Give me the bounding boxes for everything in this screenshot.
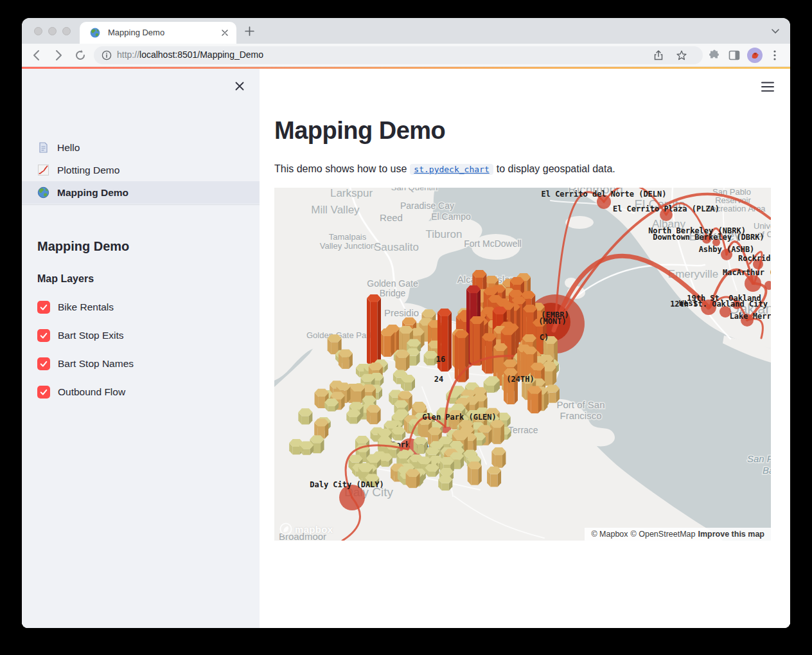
sidebar-item-label: Mapping Demo [57,187,128,199]
streamlit-app: Hello Plotting Demo Ma [22,67,790,628]
improve-this-map-link[interactable]: Improve this map [698,530,765,539]
city-label: San Francisco [747,453,771,464]
mapbox-logo[interactable]: mapbox [279,523,333,535]
hex-column-front [404,382,411,391]
browser-tab[interactable]: Mapping Demo [80,22,236,44]
sidebar-close-icon[interactable] [234,80,245,92]
city-label: Fort McDowell [464,238,521,249]
page-document-icon [37,141,49,154]
city-label: Tamalpais [329,232,367,242]
app-menu-hamburger-icon[interactable] [761,81,775,93]
sidebar-item-plotting-demo[interactable]: Plotting Demo [22,159,260,181]
hex-column-front [487,386,494,393]
intro-prefix: This demo shows how to use [274,163,407,174]
checkbox-checked-icon [37,386,50,399]
hex-column-side [527,390,531,413]
map-canvas: San QuentinLarkspurMill ValleyReedParadi… [274,188,771,541]
hex-column-side [399,330,403,353]
mapbox-logo-text: mapbox [295,524,333,535]
hex-column-front [384,336,391,357]
hex-column-front [328,406,335,411]
mapbox-logo-icon [279,523,292,535]
city-label: Sausalito [374,241,419,253]
attr-mapbox[interactable]: © Mapbox [591,530,628,539]
checkbox-bike-rentals[interactable]: Bike Rentals [37,301,114,314]
hex-column-side [482,337,486,373]
tab-close-icon[interactable] [220,28,230,38]
hex-column-front [409,477,416,488]
bart-stop-label: Rockridge (ROCK [738,254,771,263]
streamlit-decoration-bar [22,67,790,69]
intro-text: This demo shows how to usest.pydeck_char… [274,163,615,175]
tab-search-chevron-icon[interactable] [771,27,780,35]
city-label: Reed [380,212,403,223]
hex-column-side [378,298,382,366]
url-path: localhost:8501/Mapping_Demo [139,49,263,60]
sidebar-item-hello[interactable]: Hello [22,136,260,159]
hex-column-side [448,312,452,372]
share-icon[interactable] [653,49,664,61]
attr-osm[interactable]: © OpenStreetMap [631,530,696,539]
checkbox-bart-stop-exits[interactable]: Bart Stop Exits [37,329,124,342]
new-tab-button[interactable] [244,26,255,37]
checkbox-checked-icon [37,329,50,342]
bart-stop-label: El Cerrito del Norte (DELN) [541,190,666,199]
browser-window: Mapping Demo http: [22,18,790,628]
city-label: San Quentin [391,188,437,192]
page-info-icon[interactable] [102,50,112,60]
hex-column-front [303,449,310,454]
traffic-minimize-button[interactable] [48,27,57,35]
bart-stop-label: (MONT) [538,317,566,326]
hex-column-front [531,393,538,413]
hex-column-front [342,357,349,368]
sidebar-item-mapping-demo[interactable]: Mapping Demo [22,181,260,204]
browser-menu-dots-icon[interactable] [768,49,781,62]
hex-column-front [417,445,424,454]
map-attribution: © Mapbox © OpenStreetMap Improve this ma… [585,528,771,541]
city-label: Presidio [384,307,419,318]
city-label: El Campo [431,211,471,222]
hex-column-front [493,427,500,444]
reload-button[interactable] [73,48,87,62]
sidebar: Hello Plotting Demo Ma [22,67,260,628]
pydeck-chart-code-link[interactable]: st.pydeck_chart [410,164,493,175]
bart-stop-label: Glen Park (GLEN) [422,413,497,422]
extensions-puzzle-icon[interactable] [708,49,721,62]
avatar-bird-icon [747,48,763,63]
hex-column-front [471,469,478,485]
pydeck-map[interactable]: San QuentinLarkspurMill ValleyReedParadi… [274,188,771,541]
hex-column-side [367,298,371,366]
hex-column-front [318,397,325,408]
traffic-zoom-button[interactable] [62,27,71,35]
hex-column-front [302,416,309,424]
globe-icon [37,186,49,199]
hex-column-front [395,435,402,440]
checkbox-outbound-flow[interactable]: Outbound Flow [37,386,125,399]
sidebar-nav: Hello Plotting Demo Ma [22,136,260,204]
tab-title: Mapping Demo [108,28,164,37]
city-label: Paradise Cay [400,201,454,211]
bookmark-star-icon[interactable] [676,49,687,61]
hex-column-front [549,393,556,403]
side-panel-icon[interactable] [728,49,741,62]
profile-avatar[interactable] [747,48,763,63]
back-button[interactable] [30,48,44,62]
hex-column-front [293,447,300,454]
url-bar[interactable]: http://localhost:8501/Mapping_Demo [94,46,703,64]
city-label: Port of San [556,399,605,410]
hex-column-front [350,417,357,424]
city-label: Bay [763,465,771,476]
hex-column-front [545,372,552,386]
city-label: Francisco [560,410,601,421]
city-label: Golden Gate [367,278,418,289]
forward-button[interactable] [51,48,66,62]
url-text[interactable]: http://localhost:8501/Mapping_Demo [117,49,263,60]
checkbox-label: Bart Stop Names [58,358,134,370]
main-content: Mapping Demo This demo shows how to uses… [260,67,790,628]
traffic-close-button[interactable] [34,27,42,35]
checkbox-bart-stop-names[interactable]: Bart Stop Names [37,357,134,370]
bart-stop-label: 24 [434,375,443,384]
city-label: Larkspur [330,188,373,199]
url-scheme: http:// [117,49,139,60]
hex-column-side [538,390,542,413]
